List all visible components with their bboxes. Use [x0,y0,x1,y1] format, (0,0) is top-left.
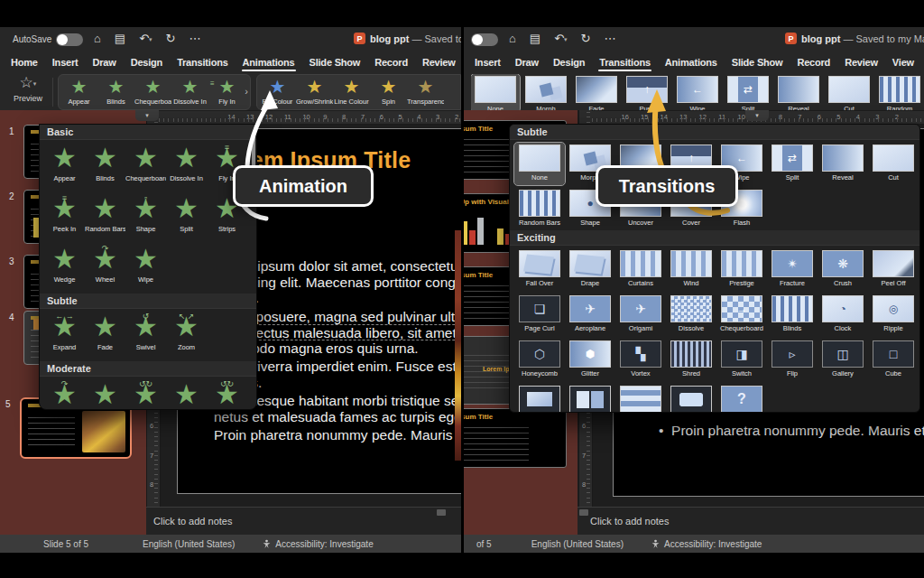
transition-item[interactable]: ▚ Vortex [615,339,666,381]
menu-tab[interactable]: Insert [45,51,86,74]
gallery-open-indicator[interactable]: ▾ [745,110,769,121]
animation-menu-item[interactable]: ↖ ↗ Zoom [166,311,207,361]
animation-menu-item[interactable]: Fade [85,311,125,361]
transition-item[interactable]: ⇄ Split [724,74,772,112]
home-icon[interactable]: ⌂ [509,32,516,46]
animation-menu-item[interactable]: ▫ Shape [125,192,166,243]
transition-item[interactable]: Cut [825,74,873,112]
menu-tab[interactable]: Insert [467,51,508,74]
menu-tab[interactable]: Home [4,51,45,74]
emphasis-gallery-item[interactable]: Grow/Shrink [296,76,333,108]
transition-item[interactable]: ← Wipe [673,74,722,112]
transition-item[interactable]: ↑ Push [623,74,671,112]
slide-thumbnail[interactable]: Ipsum Title [464,408,567,468]
transition-item[interactable]: ◎ Ripple [868,294,919,336]
transition-item[interactable]: Fade [572,74,621,112]
menu-tab[interactable]: Design [124,51,170,74]
animation-menu-item[interactable]: ↷ Wheel [85,243,125,294]
accessibility-button[interactable]: Accessibility: Investigate [651,539,762,549]
undo-icon[interactable]: ↶▾ [554,32,567,46]
animation-menu-item[interactable]: Chequerboard [125,142,166,192]
menu-tab[interactable]: Animations [658,51,725,74]
document-title[interactable]: P blog ppt — Saved to my Mac ▾ [785,33,924,44]
transition-item[interactable]: Reveal [774,74,823,112]
save-icon[interactable]: ▤ [115,32,125,46]
animation-menu-item[interactable]: Wedge [44,243,85,294]
transition-item[interactable]: ❏ Page Curl [514,294,565,336]
menu-tab[interactable]: Record [367,51,415,74]
menu-tab[interactable]: Transitions [170,51,235,74]
more-icon[interactable]: ⋯ [604,32,615,46]
animation-menu-item[interactable]: ≡ Peek In [44,192,85,243]
menu-tab[interactable]: Design [546,51,592,74]
menu-tab[interactable]: Transitions [592,51,657,74]
transition-item[interactable]: Random [875,74,924,112]
transition-item[interactable]: □ Cube [868,339,919,381]
transition-item[interactable]: Curtains [615,248,666,291]
transition-item[interactable]: ⬡ Honeycomb [514,339,565,381]
emphasis-gallery-item[interactable]: Transparency [407,76,444,108]
menu-tab[interactable]: Review [415,51,461,74]
animation-menu-item[interactable]: Wipe [125,243,166,294]
undo-icon[interactable]: ↶▾ [139,32,152,46]
transition-item[interactable]: ✈ Aeroplane [565,294,615,336]
transition-item[interactable] [565,384,615,413]
notes-pane[interactable]: Click to add notes [578,507,924,535]
transition-item[interactable]: ? [716,384,767,413]
menu-tab[interactable]: Review [837,51,885,74]
notes-pane[interactable]: Click to add notes [146,507,461,535]
animation-menu-item[interactable]: ↺↻ [207,378,247,410]
home-icon[interactable]: ⌂ [94,32,101,46]
transition-item[interactable]: Prestige [716,248,767,291]
animation-gallery-item[interactable]: Blinds [97,76,134,108]
animation-menu-item[interactable]: Split [166,192,207,243]
menu-tab[interactable]: Slide Show [725,51,790,74]
transition-item[interactable]: ✈ Origami [615,294,666,336]
transition-item[interactable]: ⇄ Split [767,143,818,185]
animation-menu-item[interactable] [166,378,207,410]
autosave-toggle[interactable] [56,33,83,46]
menu-tab[interactable]: Slide Show [302,51,368,74]
transition-item[interactable]: Random Bars [514,188,565,230]
transition-item[interactable]: None [471,74,520,112]
autosave-toggle[interactable] [471,33,498,46]
menu-tab[interactable]: Record [790,51,837,74]
gallery-open-indicator[interactable]: ▾ [135,110,159,121]
transition-item[interactable] [666,384,716,413]
transition-item[interactable]: ◫ Gallery [818,339,868,381]
menu-tab[interactable]: Draw [508,51,546,74]
transition-item[interactable]: Reveal [818,143,868,185]
animation-gallery-item[interactable]: Chequerboard [134,76,171,108]
animation-menu-item[interactable]: Blinds [85,142,125,192]
animation-gallery-item[interactable]: Dissolve In [171,76,208,108]
emphasis-gallery-item[interactable]: Line Colour [333,76,370,108]
transition-item[interactable]: ⬢ Glitter [565,339,615,381]
transition-item[interactable]: Dissolve [666,294,716,336]
notes-resize-handle[interactable] [437,509,446,516]
transition-item[interactable]: ✴ Fracture [767,248,818,291]
transition-item[interactable]: → Chequerboard [716,294,767,336]
transition-item[interactable]: Fall Over [514,248,565,291]
transition-item[interactable]: None [514,143,565,185]
animation-menu-item[interactable]: ↺↻ [125,378,166,410]
animation-menu-item[interactable]: Dissolve In [166,142,207,192]
transition-item[interactable] [514,384,565,413]
more-icon[interactable]: ⋯ [189,32,200,46]
animation-menu-item[interactable]: ↺ Swivel [125,311,166,361]
language-button[interactable]: English (United States) [531,539,624,549]
transition-item[interactable]: ▹ Flip [767,339,818,381]
animation-gallery-item[interactable]: ≡ Fly In [208,76,245,108]
document-title[interactable]: P blog ppt — Saved to my Mac [354,33,461,44]
transition-item[interactable]: ❋ Crush [818,248,868,291]
transition-item[interactable]: Drape [565,248,615,291]
save-icon[interactable]: ▤ [530,32,541,46]
transition-item[interactable]: Blinds [767,294,818,336]
animation-menu-item[interactable]: ↷ [44,378,85,410]
gallery-scroll-icon[interactable]: › [245,86,248,97]
menu-tab[interactable]: Draw [86,51,124,74]
transition-item[interactable]: Morph [522,74,570,112]
redo-icon[interactable]: ↻ [581,32,591,46]
animation-menu-item[interactable]: Random Bars [85,192,125,243]
transition-item[interactable]: Peel Off [868,248,919,291]
redo-icon[interactable]: ↻ [166,32,176,46]
